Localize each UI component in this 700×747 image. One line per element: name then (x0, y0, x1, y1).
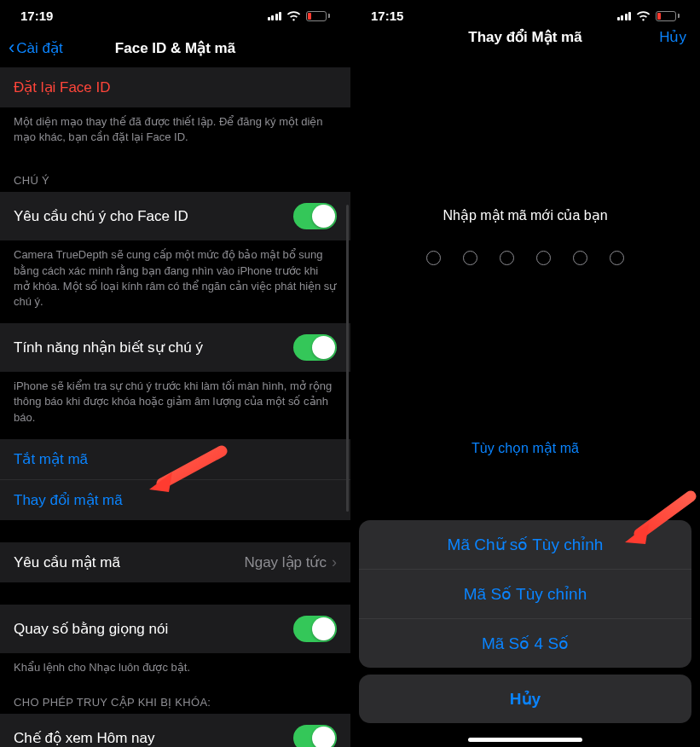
action-sheet: Mã Chữ số Tùy chỉnh Mã Số Tùy chỉnh Mã S… (359, 520, 691, 740)
scroll-indicator (346, 205, 349, 512)
passcode-screen: 17:15 Thay đổi Mật mã Hủy Nhập mật mã mớ… (350, 0, 700, 747)
attention-aware-label: Tính năng nhận biết sự chú ý (14, 339, 203, 356)
cancel-button[interactable]: Hủy (659, 28, 686, 46)
navigation-bar: Thay đổi Mật mã Hủy (350, 30, 700, 45)
passcode-dot (500, 251, 514, 265)
reset-faceid-footer: Một diện mạo thay thế đã được thiết lập.… (0, 107, 350, 159)
action-sheet-cancel[interactable]: Hủy (359, 675, 691, 723)
passcode-dot (610, 251, 624, 265)
today-view-row[interactable]: Chế độ xem Hôm nay (0, 714, 350, 747)
status-bar: 17:15 (350, 0, 700, 30)
require-passcode-label: Yêu cầu mật mã (14, 553, 120, 571)
annotation-arrow-left (145, 443, 230, 494)
attention-aware-row[interactable]: Tính năng nhận biết sự chú ý (0, 323, 350, 372)
chevron-right-icon: › (332, 553, 337, 571)
require-attention-footer: Camera TrueDepth sẽ cung cấp một mức độ … (0, 240, 350, 323)
back-button[interactable]: ‹ Cài đặt (9, 37, 63, 59)
wifi-icon (286, 11, 301, 21)
passcode-dots (350, 251, 700, 265)
attention-header: CHÚ Ý (0, 159, 350, 192)
require-attention-row[interactable]: Yêu cầu chú ý cho Face ID (0, 192, 350, 240)
voice-dial-toggle[interactable] (293, 616, 337, 642)
turn-off-passcode-label: Tắt mật mã (14, 450, 88, 468)
passcode-dot (536, 251, 551, 265)
reset-faceid-label: Đặt lại Face ID (14, 78, 111, 96)
passcode-dot (426, 251, 441, 265)
reset-faceid-row[interactable]: Đặt lại Face ID (0, 67, 350, 107)
require-passcode-row[interactable]: Yêu cầu mật mã Ngay lập tức › (0, 542, 350, 582)
back-label: Cài đặt (16, 39, 62, 57)
settings-screen: 17:19 ‹ Cài đặt Face ID & Mật mã Đặt lại… (0, 0, 350, 747)
status-bar: 17:19 (0, 0, 350, 30)
annotation-arrow-right (618, 489, 700, 549)
cellular-signal-icon (268, 12, 282, 20)
voice-dial-row[interactable]: Quay số bằng giọng nói (0, 605, 350, 653)
home-indicator[interactable] (468, 738, 582, 742)
option-numeric[interactable]: Mã Số Tùy chỉnh (359, 570, 691, 619)
page-title: Thay đổi Mật mã (468, 28, 581, 46)
today-view-label: Chế độ xem Hôm nay (14, 729, 155, 747)
battery-icon (656, 11, 680, 21)
today-view-toggle[interactable] (293, 725, 337, 747)
voice-dial-footer: Khẩu lệnh cho Nhạc luôn được bật. (0, 653, 350, 680)
option-four-digit[interactable]: Mã Số 4 Số (359, 619, 691, 668)
require-passcode-value: Ngay lập tức (244, 553, 327, 571)
navigation-bar: ‹ Cài đặt Face ID & Mật mã (0, 30, 350, 67)
change-passcode-label: Thay đổi mật mã (14, 491, 123, 509)
attention-aware-toggle[interactable] (293, 334, 337, 361)
battery-icon (306, 11, 330, 21)
status-time: 17:19 (20, 9, 53, 23)
allow-access-header: CHO PHÉP TRUY CẬP KHI BỊ KHÓA: (0, 680, 350, 714)
chevron-left-icon: ‹ (9, 37, 14, 59)
status-indicators (617, 11, 680, 21)
page-title: Face ID & Mật mã (115, 39, 235, 57)
wifi-icon (636, 11, 651, 21)
passcode-dot (573, 251, 587, 265)
require-attention-label: Yêu cầu chú ý cho Face ID (14, 207, 188, 225)
passcode-options-link[interactable]: Tùy chọn mật mã (350, 440, 700, 456)
require-attention-toggle[interactable] (293, 203, 337, 229)
voice-dial-label: Quay số bằng giọng nói (14, 620, 168, 638)
cellular-signal-icon (617, 12, 632, 20)
enter-passcode-label: Nhập mật mã mới của bạn (350, 207, 700, 223)
passcode-dot (463, 251, 477, 265)
status-time: 17:15 (371, 9, 403, 23)
attention-aware-footer: iPhone sẽ kiểm tra sự chú ý trước khi là… (0, 372, 350, 439)
status-indicators (268, 11, 331, 21)
